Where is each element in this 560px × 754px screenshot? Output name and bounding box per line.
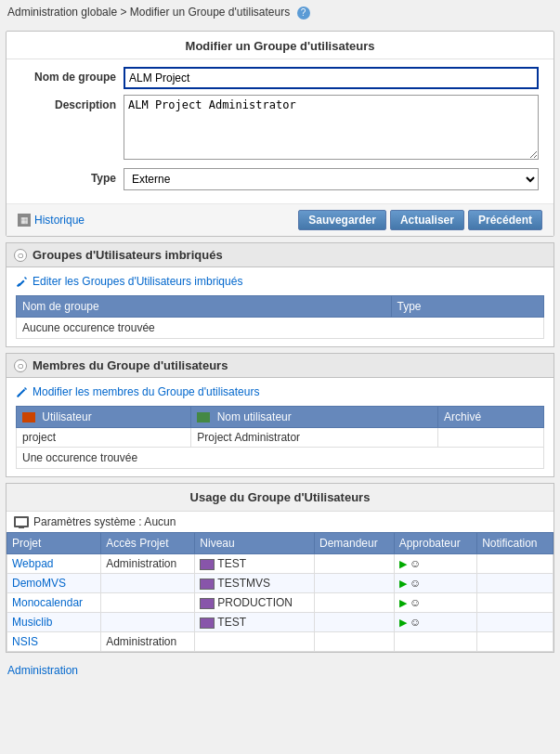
usage-param: Paramètres système : Aucun bbox=[7, 512, 553, 532]
user-icon: ☺ bbox=[410, 596, 421, 609]
nested-title: Groupes d'Utilisateurs imbriqués bbox=[33, 248, 223, 262]
members-col-archived: Archivé bbox=[438, 407, 544, 428]
usage-demandeur bbox=[314, 574, 394, 593]
members-body: Modifier les membres du Groupe d'utilisa… bbox=[7, 378, 553, 476]
type-label: Type bbox=[21, 168, 124, 185]
nested-edit-label: Editer les Groupes d'Utilisateurs imbriq… bbox=[33, 275, 242, 288]
type-select[interactable]: Externe Interne bbox=[124, 168, 539, 190]
nested-col-type: Type bbox=[391, 296, 543, 318]
bottom-nav-link[interactable]: Administration bbox=[7, 664, 78, 677]
members-edit-link[interactable]: Modifier les membres du Groupe d'utilisa… bbox=[16, 385, 544, 398]
members-col-user: Utilisateur bbox=[17, 407, 191, 428]
usage-approbateur bbox=[394, 632, 477, 652]
members-result-text: Une occurence trouvée bbox=[16, 448, 544, 469]
members-table: Utilisateur Nom utilisateur Archivé proj… bbox=[16, 406, 544, 448]
usage-acces bbox=[101, 574, 195, 593]
level-icon bbox=[200, 578, 215, 590]
usage-param-label: Paramètres système : Aucun bbox=[33, 515, 176, 528]
members-edit-label: Modifier les membres du Groupe d'utilisa… bbox=[33, 385, 259, 398]
prev-button[interactable]: Précédent bbox=[468, 210, 542, 230]
panel-footer: ▦ Historique Sauvegarder Actualiser Préc… bbox=[7, 203, 553, 236]
usage-acces: Administration bbox=[101, 554, 195, 574]
member-user: project bbox=[17, 428, 191, 448]
table-row: Musiclib TEST ▶ ☺ bbox=[7, 613, 553, 632]
usage-notification bbox=[477, 613, 553, 632]
historique-label: Historique bbox=[34, 214, 85, 227]
usage-col-projet: Projet bbox=[7, 533, 101, 554]
members-toggle[interactable]: ○ bbox=[14, 359, 27, 372]
pencil-icon bbox=[16, 275, 29, 288]
usage-niveau: TEST bbox=[195, 554, 315, 574]
nom-groupe-field bbox=[124, 67, 539, 89]
usage-demandeur bbox=[314, 593, 394, 613]
member-archived bbox=[438, 428, 544, 448]
breadcrumb: Administration globale > Modifier un Gro… bbox=[0, 0, 560, 25]
usage-notification bbox=[477, 554, 553, 574]
usage-col-demandeur: Demandeur bbox=[314, 533, 394, 554]
description-row: Description ALM Project Administrator bbox=[21, 95, 539, 162]
usage-demandeur bbox=[314, 613, 394, 632]
usage-projet: NSIS bbox=[7, 632, 101, 652]
usage-notification bbox=[477, 632, 553, 652]
members-title: Membres du Groupe d'utilisateurs bbox=[33, 358, 228, 372]
usage-col-notification: Notification bbox=[477, 533, 553, 554]
usage-projet: Monocalendar bbox=[7, 593, 101, 613]
user-icon: ☺ bbox=[410, 616, 421, 629]
bottom-nav: Administration bbox=[0, 658, 560, 682]
user-icon: ☺ bbox=[410, 557, 421, 570]
description-textarea[interactable]: ALM Project Administrator bbox=[124, 95, 539, 160]
usage-approbateur: ▶ ☺ bbox=[394, 574, 477, 593]
usage-col-niveau: Niveau bbox=[195, 533, 315, 554]
table-row: project Project Administrator bbox=[17, 428, 544, 448]
usage-niveau bbox=[195, 632, 315, 652]
usage-projet: Musiclib bbox=[7, 613, 101, 632]
table-row: Webpad Administration TEST ▶ ☺ bbox=[7, 554, 553, 574]
level-icon bbox=[200, 618, 215, 629]
usage-niveau: PRODUCTION bbox=[195, 593, 315, 613]
usage-acces bbox=[101, 613, 195, 632]
nom-groupe-input[interactable] bbox=[124, 67, 539, 89]
table-row: Monocalendar PRODUCTION ▶ ☺ bbox=[7, 593, 553, 613]
usage-notification bbox=[477, 593, 553, 613]
user-icon: ☺ bbox=[410, 577, 421, 590]
nested-groups-header: ○ Groupes d'Utilisateurs imbriqués bbox=[7, 243, 553, 267]
nested-edit-link[interactable]: Editer les Groupes d'Utilisateurs imbriq… bbox=[16, 275, 544, 288]
usage-projet: Webpad bbox=[7, 554, 101, 574]
description-label: Description bbox=[21, 95, 124, 111]
usage-demandeur bbox=[314, 554, 394, 574]
form-panel: Modifier un Groupe d'utilisateurs Nom de… bbox=[6, 31, 554, 237]
pencil-icon-2 bbox=[16, 385, 29, 398]
type-row: Type Externe Interne bbox=[21, 168, 539, 190]
members-col-username: Nom utilisateur bbox=[191, 407, 438, 428]
nested-toggle[interactable]: ○ bbox=[14, 249, 27, 262]
usage-approbateur: ▶ ☺ bbox=[394, 613, 477, 632]
table-row: NSIS Administration bbox=[7, 632, 553, 652]
usage-acces bbox=[101, 593, 195, 613]
members-panel: ○ Membres du Groupe d'utilisateurs Modif… bbox=[6, 353, 554, 477]
historique-icon: ▦ bbox=[18, 214, 31, 227]
usage-col-approbateur: Approbateur bbox=[394, 533, 477, 554]
type-field: Externe Interne bbox=[124, 168, 539, 190]
level-icon bbox=[200, 559, 215, 570]
play-icon: ▶ bbox=[399, 617, 407, 628]
nested-groups-panel: ○ Groupes d'Utilisateurs imbriqués Edite… bbox=[6, 242, 554, 347]
usage-projet: DemoMVS bbox=[7, 574, 101, 593]
usage-demandeur bbox=[314, 632, 394, 652]
historique-link[interactable]: ▦ Historique bbox=[18, 214, 85, 227]
nested-groups-body: Editer les Groupes d'Utilisateurs imbriq… bbox=[7, 267, 553, 346]
monitor-icon bbox=[14, 516, 29, 527]
play-icon: ▶ bbox=[399, 597, 407, 608]
nested-no-result: Aucune occurence trouvée bbox=[16, 318, 544, 339]
nested-col-group: Nom de groupe bbox=[17, 296, 392, 318]
user-col-icon bbox=[22, 412, 35, 422]
nom-groupe-label: Nom de groupe bbox=[21, 67, 124, 84]
form-area: Nom de groupe Description ALM Project Ad… bbox=[7, 59, 553, 203]
level-icon bbox=[200, 598, 215, 609]
usage-acces: Administration bbox=[101, 632, 195, 652]
refresh-button[interactable]: Actualiser bbox=[390, 210, 464, 230]
usage-title: Usage du Groupe d'Utilisateurs bbox=[7, 484, 553, 512]
help-icon[interactable]: ? bbox=[297, 6, 310, 20]
save-button[interactable]: Sauvegarder bbox=[298, 210, 386, 230]
breadcrumb-part2: Modifier un Groupe d'utilisateurs bbox=[130, 6, 290, 19]
breadcrumb-separator: > bbox=[120, 6, 129, 19]
